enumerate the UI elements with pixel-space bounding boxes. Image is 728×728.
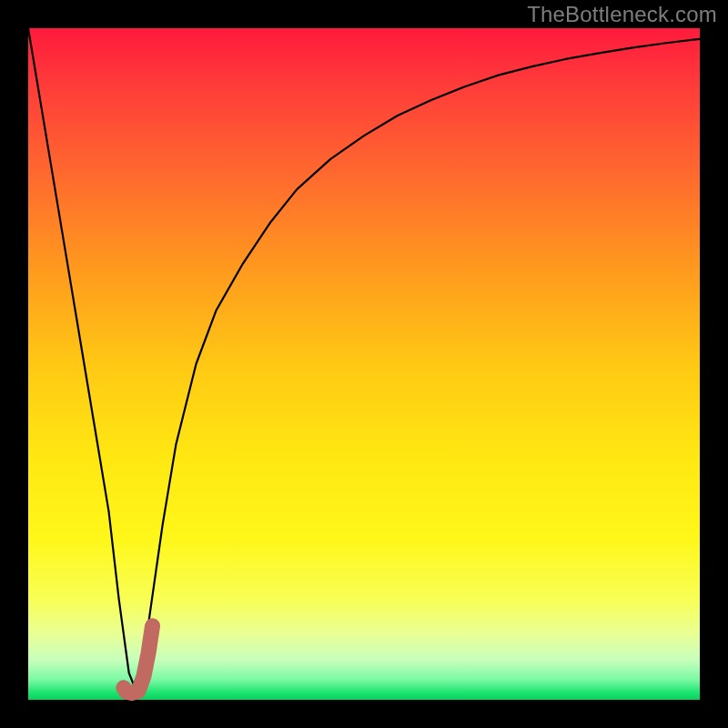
chart-frame: TheBottleneck.com <box>0 0 728 728</box>
watermark-text: TheBottleneck.com <box>527 2 717 27</box>
chart-overlay <box>28 28 700 700</box>
bottleneck-curve <box>28 28 700 690</box>
